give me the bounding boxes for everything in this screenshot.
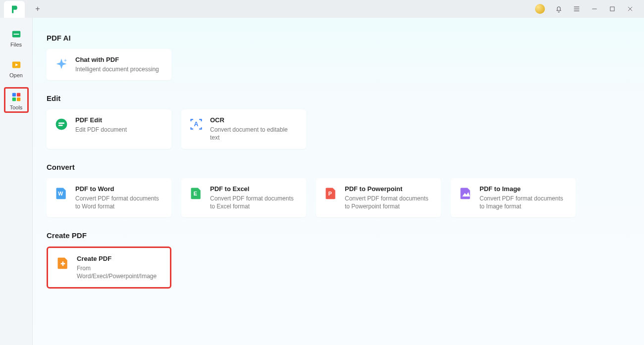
svg-rect-11 <box>12 93 15 97</box>
svg-rect-19 <box>58 125 63 126</box>
sidebar-label: Tools <box>10 104 23 110</box>
card-subtitle: Convert PDF format documents to Word for… <box>75 195 163 210</box>
image-icon <box>459 186 473 200</box>
app-logo-icon <box>9 4 19 14</box>
card-subtitle: Convert document to editable text <box>210 126 298 142</box>
card-title: OCR <box>210 116 298 124</box>
card-subtitle: Edit PDF document <box>75 126 127 134</box>
card-subtitle: Convert PDF format documents to Excel fo… <box>210 195 298 210</box>
card-pdf-to-excel[interactable]: E PDF to Excel Convert PDF format docume… <box>181 178 306 217</box>
user-avatar[interactable] <box>535 4 545 14</box>
svg-rect-12 <box>16 93 20 97</box>
sidebar: Files Open Tools <box>0 18 33 345</box>
ocr-icon: A <box>189 117 203 131</box>
maximize-icon[interactable] <box>608 5 616 13</box>
menu-icon[interactable] <box>573 5 581 13</box>
card-pdf-edit[interactable]: PDF Edit Edit PDF document <box>47 109 171 148</box>
card-pdf-to-powerpoint[interactable]: P PDF to Powerpoint Convert PDF format d… <box>316 178 441 217</box>
excel-icon: E <box>189 186 203 200</box>
window-controls <box>535 4 640 14</box>
card-title: PDF to Image <box>480 185 568 193</box>
sidebar-item-tools[interactable]: Tools <box>4 87 29 113</box>
section-heading-edit: Edit <box>47 94 630 102</box>
card-subtitle: Intelligent document processing <box>75 65 159 73</box>
card-pdf-to-image[interactable]: PDF to Image Convert PDF format document… <box>451 178 576 217</box>
card-title: PDF Edit <box>75 116 127 124</box>
card-chat-with-pdf[interactable]: Chat with PDF Intelligent document proce… <box>47 49 171 80</box>
create-pdf-icon <box>56 256 70 270</box>
sidebar-item-files[interactable]: Files <box>4 26 28 49</box>
card-subtitle: Convert PDF format documents to Image fo… <box>480 195 568 210</box>
svg-rect-8 <box>13 34 19 35</box>
sparkle-icon <box>54 57 68 71</box>
card-subtitle: Convert PDF format documents to Powerpoi… <box>345 195 433 210</box>
section-heading-convert: Convert <box>47 163 630 171</box>
app-tab[interactable] <box>4 1 25 18</box>
open-icon <box>11 59 22 70</box>
svg-text:W: W <box>58 191 63 197</box>
card-subtitle: From Word/Execl/Powerpoint/Image <box>77 264 162 280</box>
files-icon <box>11 29 22 40</box>
pdf-edit-icon <box>54 117 68 131</box>
titlebar: + <box>0 0 644 18</box>
svg-rect-14 <box>16 98 20 101</box>
svg-rect-13 <box>12 98 15 101</box>
sidebar-item-open[interactable]: Open <box>4 56 28 80</box>
card-title: PDF to Powerpoint <box>345 185 433 193</box>
sidebar-label: Files <box>10 42 22 48</box>
card-ocr[interactable]: A OCR Convert document to editable text <box>181 109 306 148</box>
card-create-pdf[interactable]: Create PDF From Word/Execl/Powerpoint/Im… <box>47 246 171 289</box>
powerpoint-icon: P <box>324 186 338 200</box>
bell-icon[interactable] <box>555 5 563 13</box>
svg-text:P: P <box>328 191 332 197</box>
section-heading-pdf-ai: PDF AI <box>47 34 630 42</box>
svg-text:A: A <box>194 121 199 128</box>
card-title: PDF to Excel <box>210 185 298 193</box>
svg-point-17 <box>56 119 67 130</box>
card-title: Chat with PDF <box>75 56 159 63</box>
close-icon[interactable] <box>626 5 634 13</box>
sidebar-label: Open <box>9 72 23 78</box>
card-title: Create PDF <box>77 255 162 262</box>
svg-marker-16 <box>63 59 67 62</box>
minimize-icon[interactable] <box>590 5 598 13</box>
svg-rect-4 <box>610 7 614 11</box>
svg-text:E: E <box>194 191 197 197</box>
tools-icon <box>11 92 22 102</box>
card-title: PDF to Word <box>75 185 163 193</box>
card-pdf-to-word[interactable]: W PDF to Word Convert PDF format documen… <box>47 178 171 217</box>
new-tab-button[interactable]: + <box>31 2 45 16</box>
section-heading-create: Create PDF <box>47 231 630 240</box>
svg-rect-18 <box>58 123 64 124</box>
word-icon: W <box>54 186 68 200</box>
main-content: PDF AI Chat with PDF Intelligent documen… <box>33 18 644 345</box>
